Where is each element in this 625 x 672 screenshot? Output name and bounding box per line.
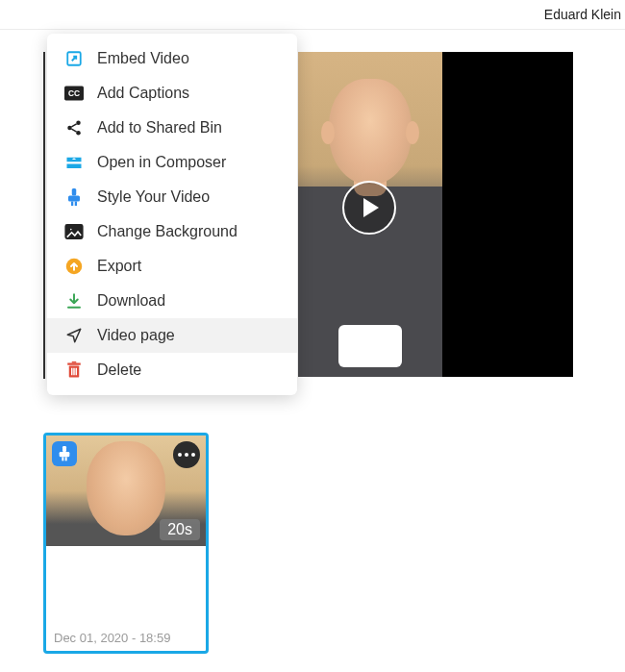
play-icon: [363, 198, 379, 217]
menu-item-style-your-video[interactable]: Style Your Video: [47, 180, 297, 214]
duration-badge: 20s: [160, 519, 200, 540]
menu-item-label: Export: [97, 258, 141, 275]
style-icon: [64, 187, 84, 207]
menu-item-label: Add Captions: [97, 85, 189, 102]
svg-text:CC: CC: [68, 88, 80, 98]
menu-item-label: Delete: [97, 361, 141, 379]
menu-item-download[interactable]: Download: [47, 284, 297, 318]
composer-icon: [64, 153, 84, 172]
svg-rect-18: [72, 361, 77, 363]
context-menu: Embed Video CC Add Captions Add to Share…: [47, 34, 297, 395]
menu-item-label: Add to Shared Bin: [97, 119, 222, 137]
menu-item-add-to-shared-bin[interactable]: Add to Shared Bin: [47, 111, 297, 145]
svg-rect-12: [75, 202, 77, 207]
svg-rect-19: [71, 368, 73, 376]
video-card[interactable]: 20s Dec 01, 2020 - 18:59: [43, 433, 209, 654]
menu-item-label: Change Background: [97, 223, 238, 240]
menu-item-add-captions[interactable]: CC Add Captions: [47, 76, 297, 111]
user-name-label: Eduard Klein: [544, 7, 621, 22]
export-icon: [64, 257, 84, 276]
menu-item-embed-video[interactable]: Embed Video: [47, 41, 297, 76]
video-preview[interactable]: [298, 52, 573, 377]
svg-rect-25: [65, 457, 67, 460]
svg-rect-22: [62, 446, 66, 452]
svg-rect-10: [68, 196, 80, 202]
svg-point-5: [76, 131, 81, 136]
svg-rect-11: [71, 202, 73, 207]
svg-point-3: [67, 126, 72, 131]
svg-point-4: [76, 121, 81, 126]
external-link-icon: [64, 49, 84, 68]
send-icon: [64, 326, 84, 345]
style-badge-icon: [52, 441, 77, 466]
svg-point-14: [69, 228, 72, 231]
image-icon: [64, 222, 84, 241]
svg-rect-23: [60, 452, 70, 457]
svg-rect-21: [76, 368, 78, 376]
menu-item-label: Download: [97, 292, 165, 310]
menu-item-open-in-composer[interactable]: Open in Composer: [47, 145, 297, 180]
video-thumbnail: 20s: [46, 436, 206, 546]
svg-rect-20: [73, 368, 75, 376]
menu-item-export[interactable]: Export: [47, 249, 297, 284]
menu-item-label: Video page: [97, 327, 175, 344]
download-icon: [64, 291, 84, 311]
video-timestamp: Dec 01, 2020 - 18:59: [54, 631, 170, 645]
menu-item-label: Open in Composer: [97, 154, 226, 171]
trash-icon: [64, 361, 84, 380]
svg-rect-7: [67, 164, 82, 169]
header: Eduard Klein: [544, 0, 625, 29]
menu-item-change-background[interactable]: Change Background: [47, 214, 297, 249]
share-icon: [64, 118, 84, 137]
menu-item-label: Style Your Video: [97, 188, 210, 206]
svg-rect-9: [72, 188, 77, 196]
menu-item-label: Embed Video: [97, 50, 189, 67]
svg-rect-17: [67, 363, 81, 365]
menu-item-delete[interactable]: Delete: [47, 353, 297, 387]
timeline-marker: [43, 52, 45, 379]
menu-item-video-page[interactable]: Video page: [47, 318, 297, 353]
header-divider: [0, 29, 625, 30]
cc-icon: CC: [64, 84, 84, 103]
play-button[interactable]: [342, 181, 396, 235]
svg-rect-24: [62, 457, 63, 460]
more-options-button[interactable]: [173, 441, 200, 468]
